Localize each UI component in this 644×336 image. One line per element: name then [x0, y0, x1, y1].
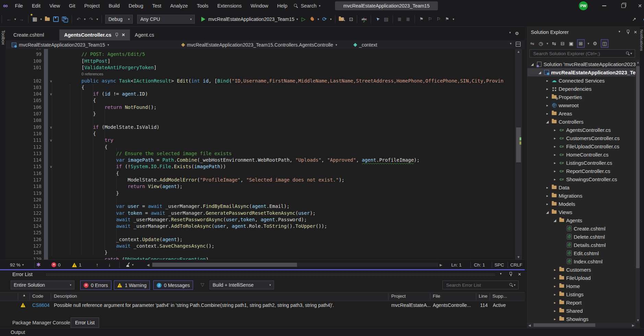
code-line-99[interactable]: 99// POST: Agents/Edit/5 [6, 51, 515, 58]
tree-item-customers[interactable]: ▸Customers [527, 265, 635, 274]
chevron-collapsed-icon[interactable]: ▸ [545, 194, 549, 198]
error-list-row[interactable]: CS8604 Possible null reference argument … [0, 301, 525, 310]
code-line-115[interactable]: 115∨if (!System.IO.File.Exists(imagePath… [6, 163, 515, 170]
previous-issue-button[interactable]: ↑ [96, 260, 98, 270]
menu-debug[interactable]: Debug [124, 0, 148, 12]
tree-item-create-cshtml[interactable]: @Create.cshtml [527, 224, 635, 233]
errors-filter-button[interactable]: 0 Errors [80, 281, 111, 290]
restore-button[interactable] [616, 0, 631, 12]
switch-views-icon[interactable]: ⇋ [529, 40, 535, 47]
tree-item-solution-mvcrealestateapplication2023[interactable]: ◢Solution 'mvcRealEstateApplication2023 [527, 60, 635, 68]
code-line-111[interactable]: 111∨try [6, 137, 515, 144]
menu-help[interactable]: Help [273, 0, 292, 12]
tree-item-mvcrealestateapplication2023-tea[interactable]: ◢mvcRealEstateApplication2023_Tea [527, 68, 635, 76]
column-header-line[interactable]: Line [479, 294, 488, 299]
new-project-button[interactable]: ▦ [32, 15, 38, 24]
tree-item-data[interactable]: ▸Data [527, 183, 635, 191]
menu-git[interactable]: Git [64, 0, 80, 12]
tree-item-views[interactable]: ◢Views [527, 208, 635, 216]
tab-agentscontroller-cs[interactable]: AgentsController.cs✕ [59, 29, 130, 40]
error-list-title-bar[interactable]: Error List ▾ ✕ [0, 270, 525, 279]
start-debugging-button[interactable]: mvcRealEstateApplication2023_Team15▾ [201, 15, 298, 24]
horizontal-scrollbar-thumb[interactable] [152, 263, 297, 267]
editor-vertical-scrollbar[interactable]: ▲ ▼ [515, 49, 522, 260]
code-line-105[interactable]: 105{ [6, 97, 515, 104]
menu-view[interactable]: View [45, 0, 64, 12]
menu-build[interactable]: Build [104, 0, 124, 12]
chevron-collapsed-icon[interactable]: ▸ [553, 276, 557, 280]
close-panel-icon[interactable]: ✕ [634, 30, 637, 35]
code-line-124[interactable]: 124await _userManager.AddToRoleAsync(use… [6, 223, 515, 229]
code-line-116[interactable]: 116{ [6, 170, 515, 177]
close-tab-icon[interactable]: ✕ [122, 33, 125, 37]
decrease-indent-button[interactable]: ≣ [396, 15, 403, 24]
code-line-114[interactable]: 114var imagePath = Path.Combine(_webHost… [6, 157, 515, 163]
feedback-icon[interactable]: ☻ [642, 15, 644, 24]
tree-item-agents[interactable]: ◢Agents [527, 216, 635, 224]
clear-bookmarks-button[interactable]: ⚑ [444, 15, 450, 24]
tab-error-list[interactable]: Error List [71, 318, 99, 328]
chevron-down-icon[interactable]: ▾ [588, 42, 589, 45]
zoom-dropdown[interactable]: 92 % ▾ [10, 260, 24, 270]
chevron-collapsed-icon[interactable]: ▸ [553, 128, 557, 132]
line-indicator[interactable]: Ln: 1 [451, 260, 462, 270]
chevron-collapsed-icon[interactable]: ▸ [553, 177, 557, 181]
column-header-description[interactable]: Description [54, 294, 77, 299]
tree-item-reportcontroller-cs[interactable]: ▸C#ReportController.cs [527, 167, 635, 175]
tree-item-customerscontroller-cs[interactable]: ▸C#CustomersController.cs [527, 134, 635, 142]
chevron-collapsed-icon[interactable]: ▸ [553, 268, 557, 272]
spaces-indicator[interactable]: SPC [494, 260, 504, 270]
tree-item-listings[interactable]: ▸Listings [527, 290, 635, 298]
chevron-collapsed-icon[interactable]: ▸ [553, 293, 557, 296]
split-editor-icon[interactable] [516, 42, 521, 47]
next-bookmark-button[interactable]: ⚐ [436, 15, 442, 24]
tree-item-areas[interactable]: ▸Areas [527, 109, 635, 117]
column-header-suppression[interactable]: Supp... [492, 294, 507, 299]
fold-chevron-icon[interactable]: ∨ [50, 163, 52, 170]
pending-changes-filter-icon[interactable]: ◷ [538, 40, 544, 47]
code-line-122[interactable]: 122var token = await _userManager.Genera… [6, 210, 515, 216]
solution-explorer-search-input[interactable] [533, 51, 625, 57]
chevron-collapsed-icon[interactable]: ▸ [545, 103, 549, 107]
scroll-right-icon[interactable]: ▶ [632, 324, 634, 327]
warning-count-indicator[interactable]: 1 [72, 260, 82, 270]
editor-scrollbar-thumb[interactable] [516, 127, 521, 162]
document-list-dropdown[interactable]: ▾ [509, 31, 511, 36]
solution-explorer-vertical-scrollbar[interactable]: ▲ ▼ [635, 60, 640, 323]
code-line-107[interactable]: 107} [6, 111, 515, 117]
configuration-dropdown[interactable]: Debug▾ [105, 15, 133, 24]
scroll-right-icon[interactable]: ▶ [440, 260, 442, 270]
close-button[interactable]: ✕ [632, 0, 644, 12]
menu-edit[interactable]: Edit [27, 0, 45, 12]
tree-item-showings[interactable]: ▸Showings [527, 315, 635, 323]
solution-explorer-horizontal-scrollbar[interactable]: ◀ ▶ [527, 323, 635, 327]
sort-indicator-icon[interactable]: ▲ [23, 294, 26, 297]
undo-button[interactable]: ↶ [75, 15, 82, 24]
spell-checker-button[interactable]: abc [361, 15, 367, 24]
menu-file[interactable]: File [11, 0, 27, 12]
code-line-125[interactable]: 125 [6, 229, 515, 236]
code-line-113[interactable]: 113// Ensure the selected image file exi… [6, 150, 515, 157]
tree-item-delete-cshtml[interactable]: @Delete.cshtml [527, 233, 635, 241]
tree-item-home[interactable]: ▸Home [527, 282, 635, 290]
redo-dropdown[interactable]: ▾ [97, 17, 98, 21]
panel-options-dropdown[interactable]: ▾ [500, 272, 502, 275]
increase-indent-button[interactable]: ≣ [405, 15, 411, 24]
pin-icon[interactable] [509, 272, 512, 277]
user-avatar[interactable]: PW [579, 1, 588, 10]
column-indicator[interactable]: Ch: 1 [474, 260, 485, 270]
tree-item-dependencies[interactable]: ▸Dependencies [527, 85, 635, 93]
tree-item-fileuploadcontroller-cs[interactable]: ▸C#FileUploadController.cs [527, 142, 635, 150]
chevron-expanded-icon[interactable]: ◢ [545, 210, 549, 214]
chevron-collapsed-icon[interactable]: ▸ [545, 95, 549, 99]
collapse-all-icon[interactable]: ⊟ [560, 40, 565, 47]
tab-package-manager-console[interactable]: Package Manager Console [8, 318, 74, 328]
warnings-filter-button[interactable]: 1 Warning [114, 281, 150, 290]
tree-item-fileupload[interactable]: ▸FileUpload [527, 274, 635, 282]
code-line-108[interactable]: 108 [6, 117, 515, 124]
menu-analyze[interactable]: Analyze [166, 0, 192, 12]
save-button[interactable] [53, 15, 59, 24]
pin-icon[interactable] [115, 33, 118, 37]
tree-item-homecontroller-cs[interactable]: ▸C#HomeController.cs [527, 150, 635, 159]
open-file-button[interactable] [44, 15, 50, 24]
